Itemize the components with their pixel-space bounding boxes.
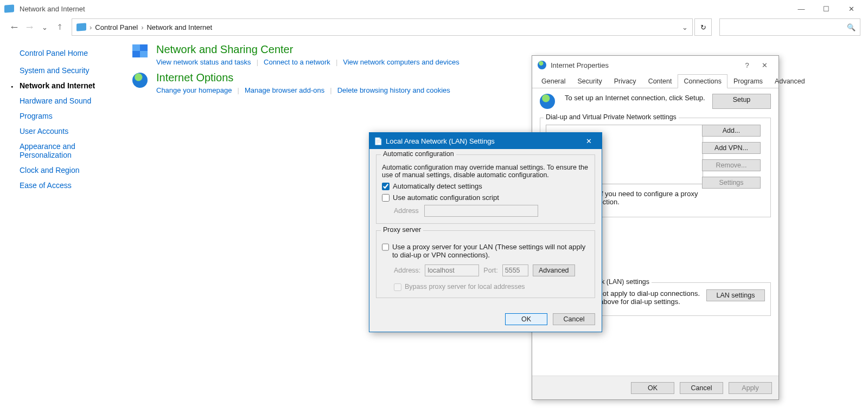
lan-settings-button[interactable]: LAN settings — [706, 289, 765, 301]
address-label: Address — [394, 207, 419, 215]
ok-button[interactable]: OK — [505, 313, 547, 325]
bypass-checkbox-row[interactable]: Bypass proxy server for local addresses — [394, 283, 589, 291]
up-button[interactable]: 🡑 — [53, 21, 66, 34]
document-icon: 📄 — [374, 137, 382, 145]
tab-privacy[interactable]: Privacy — [608, 74, 642, 88]
close-button[interactable]: ✕ — [756, 61, 773, 69]
maximize-button[interactable]: ☐ — [814, 0, 839, 17]
detect-checkbox-row[interactable]: Automatically detect settings — [382, 182, 589, 190]
proxy-address-input — [425, 264, 479, 276]
sidebar-item[interactable]: Ease of Access — [20, 181, 127, 190]
toolbar: 🡐 🡒 ⌄ 🡑 › Control Panel › Network and In… — [0, 17, 868, 39]
proxy-legend: Proxy server — [381, 226, 423, 234]
detect-checkbox[interactable] — [382, 183, 390, 190]
sidebar-item[interactable]: Programs — [20, 112, 127, 120]
script-checkbox[interactable] — [382, 194, 390, 202]
back-button[interactable]: 🡐 — [8, 21, 21, 34]
refresh-button[interactable]: ↻ — [694, 18, 712, 36]
sidebar-item[interactable]: System and Security — [20, 66, 127, 75]
sidebar-item-active[interactable]: Network and Internet — [20, 81, 127, 90]
recent-dropdown-icon[interactable]: ⌄ — [38, 21, 51, 34]
tab-security[interactable]: Security — [571, 74, 608, 88]
chevron-right-icon: › — [141, 23, 143, 31]
control-panel-icon — [4, 4, 14, 12]
section-title-nsc[interactable]: Network and Sharing Center — [156, 43, 459, 56]
proxy-checkbox-row[interactable]: Use a proxy server for your LAN (These s… — [382, 243, 589, 259]
auto-text: Automatic configuration may override man… — [382, 164, 589, 179]
breadcrumb-control-panel[interactable]: Control Panel — [95, 23, 138, 31]
add-vpn-button[interactable]: Add VPN... — [702, 142, 761, 154]
globe-icon — [538, 61, 546, 69]
proxy-port-input — [502, 264, 528, 276]
link-view-status[interactable]: View network status and tasks — [156, 58, 251, 66]
link-delete-history[interactable]: Delete browsing history and cookies — [337, 86, 450, 94]
settings-button: Settings — [702, 177, 761, 189]
chevron-right-icon: › — [90, 23, 92, 31]
apply-button: Apply — [729, 382, 772, 394]
ip-tabs: General Security Privacy Content Connect… — [532, 74, 778, 88]
internet-options-icon — [132, 73, 148, 88]
link-addons[interactable]: Manage browser add-ons — [245, 86, 324, 94]
bypass-label: Bypass proxy server for local addresses — [405, 283, 525, 290]
tab-content[interactable]: Content — [642, 74, 678, 88]
address-dropdown-icon[interactable]: ⌄ — [682, 23, 688, 31]
lan-title: Local Area Network (LAN) Settings — [386, 137, 495, 145]
proxy-checkbox[interactable] — [382, 243, 389, 251]
sidebar-item[interactable]: Clock and Region — [20, 166, 127, 175]
script-checkbox-row[interactable]: Use automatic configuration script — [382, 193, 589, 202]
minimize-button[interactable]: — — [789, 0, 814, 17]
forward-button[interactable]: 🡒 — [23, 21, 36, 34]
setup-text: To set up an Internet connection, click … — [565, 94, 707, 109]
auto-legend: Automatic configuration — [381, 150, 456, 158]
close-button[interactable]: ✕ — [839, 0, 864, 17]
link-view-devices[interactable]: View network computers and devices — [343, 58, 459, 66]
address-bar[interactable]: › Control Panel › Network and Internet ⌄ — [72, 18, 693, 36]
window-titlebar: Network and Internet — ☐ ✕ — [0, 0, 868, 17]
tab-advanced[interactable]: Advanced — [769, 74, 811, 88]
tab-connections[interactable]: Connections — [678, 74, 727, 88]
cancel-button[interactable]: Cancel — [553, 313, 595, 325]
advanced-button[interactable]: Advanced — [533, 264, 575, 276]
proxy-label: Use a proxy server for your LAN (These s… — [392, 243, 589, 259]
sidebar-item[interactable]: Appearance and Personalization — [20, 142, 127, 159]
setup-button[interactable]: Setup — [712, 94, 771, 109]
globe-arrow-icon — [540, 94, 555, 109]
ip-title: Internet Properties — [551, 61, 609, 69]
search-box[interactable]: 🔍 — [719, 18, 860, 36]
link-connect[interactable]: Connect to a network — [264, 58, 330, 66]
proxy-address-label: Address: — [394, 267, 420, 274]
remove-button: Remove... — [702, 159, 761, 171]
script-label: Use automatic configuration script — [393, 193, 499, 202]
sidebar: Control Panel Home System and Security N… — [8, 39, 132, 196]
proxy-port-label: Port: — [483, 267, 497, 274]
bypass-checkbox — [394, 283, 401, 291]
script-address-input — [424, 205, 538, 217]
search-icon: 🔍 — [847, 23, 856, 31]
help-button[interactable]: ? — [738, 61, 756, 69]
network-sharing-icon — [132, 44, 148, 57]
ok-button[interactable]: OK — [631, 382, 674, 394]
tab-general[interactable]: General — [535, 74, 571, 88]
sidebar-home[interactable]: Control Panel Home — [20, 49, 127, 57]
vpn-legend: Dial-up and Virtual Private Network sett… — [544, 113, 679, 121]
sidebar-item[interactable]: Hardware and Sound — [20, 96, 127, 105]
cancel-button[interactable]: Cancel — [680, 382, 723, 394]
breadcrumb-network[interactable]: Network and Internet — [146, 23, 212, 31]
lan-settings-dialog: 📄 Local Area Network (LAN) Settings ✕ Au… — [369, 132, 602, 332]
sidebar-item[interactable]: User Accounts — [20, 127, 127, 135]
link-homepage[interactable]: Change your homepage — [156, 86, 232, 94]
add-button[interactable]: Add... — [702, 125, 761, 137]
close-button[interactable]: ✕ — [580, 137, 597, 145]
window-title: Network and Internet — [20, 5, 85, 13]
address-icon — [76, 23, 86, 31]
detect-label: Automatically detect settings — [393, 182, 482, 190]
section-title-io[interactable]: Internet Options — [156, 72, 450, 84]
tab-programs[interactable]: Programs — [727, 74, 769, 88]
